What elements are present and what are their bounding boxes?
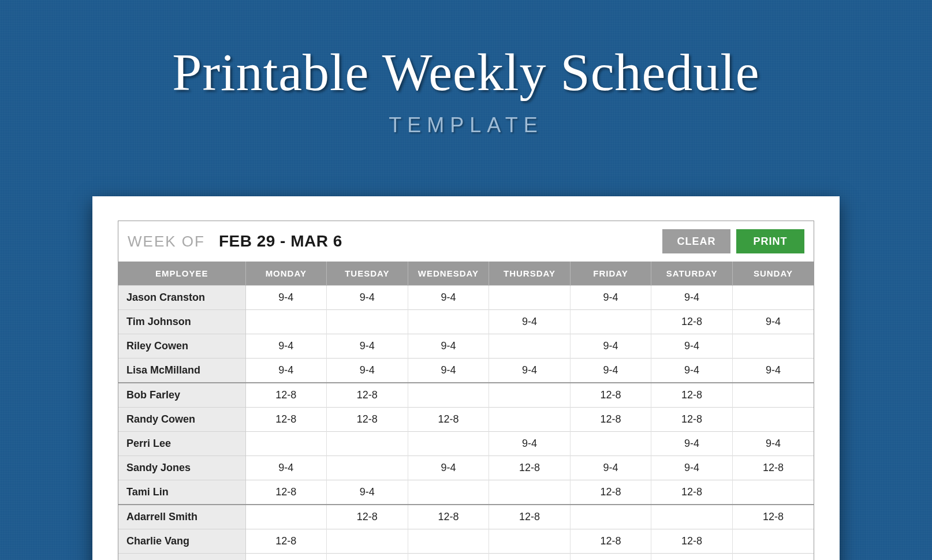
cell-sunday: [732, 480, 814, 505]
cell-saturday: 12-8: [651, 480, 733, 505]
cell-wednesday: 12-8: [408, 554, 489, 561]
cell-wednesday: [408, 480, 489, 505]
week-of-label: WEEK OF: [128, 233, 205, 251]
cell-saturday: 9-4: [651, 432, 733, 456]
cell-wednesday: [408, 529, 489, 554]
cell-tuesday: [327, 310, 408, 334]
employee-cell: Charlie Vang: [118, 529, 245, 554]
cell-friday: [570, 310, 651, 334]
table-row: Randy Cowen12-812-812-812-812-8: [118, 408, 814, 432]
cell-monday: 9-4: [245, 359, 327, 383]
cell-thursday: [489, 408, 571, 432]
cell-thursday: 12-8: [489, 554, 571, 561]
page-subtitle: TEMPLATE: [0, 113, 932, 137]
cell-tuesday: 9-4: [327, 286, 408, 310]
cell-sunday: 9-4: [732, 310, 814, 334]
employee-cell: Adarrell Smith: [118, 505, 245, 529]
table-row: Riley Cowen9-49-49-49-49-4: [118, 334, 814, 359]
table-header-row: EMPLOYEE MONDAY TUESDAY WEDNESDAY THURSD…: [118, 262, 814, 286]
cell-monday: [245, 310, 327, 334]
cell-wednesday: 12-8: [408, 408, 489, 432]
cell-tuesday: [327, 432, 408, 456]
cell-wednesday: 9-4: [408, 359, 489, 383]
table-container: WEEK OF FEB 29 - MAR 6 CLEAR PRINT EMPLO…: [118, 221, 814, 560]
cell-tuesday: 9-4: [327, 480, 408, 505]
cell-tuesday: 9-4: [327, 334, 408, 359]
schedule-sheet: WEEK OF FEB 29 - MAR 6 CLEAR PRINT EMPLO…: [92, 196, 840, 560]
col-friday: FRIDAY: [570, 262, 651, 286]
cell-saturday: 9-4: [651, 456, 733, 480]
cell-saturday: 12-8: [651, 529, 733, 554]
cell-tuesday: 9-4: [327, 359, 408, 383]
cell-friday: [570, 432, 651, 456]
cell-friday: 12-8: [570, 480, 651, 505]
cell-thursday: [489, 529, 571, 554]
cell-sunday: 9-4: [732, 554, 814, 561]
cell-monday: 9-4: [245, 456, 327, 480]
cell-monday: 12-8: [245, 383, 327, 408]
cell-sunday: [732, 408, 814, 432]
table-row: Tami Lin12-89-412-812-8: [118, 480, 814, 505]
cell-sunday: 9-4: [732, 359, 814, 383]
table-row: Thomas Edmunson12-812-812-812-89-49-4: [118, 554, 814, 561]
cell-sunday: 9-4: [732, 432, 814, 456]
cell-thursday: [489, 480, 571, 505]
cell-friday: 12-8: [570, 529, 651, 554]
table-row: Adarrell Smith12-812-812-812-8: [118, 505, 814, 529]
cell-friday: 9-4: [570, 456, 651, 480]
table-row: Perri Lee9-49-49-4: [118, 432, 814, 456]
cell-thursday: 9-4: [489, 432, 571, 456]
cell-monday: [245, 554, 327, 561]
cell-saturday: 9-4: [651, 359, 733, 383]
cell-tuesday: 12-8: [327, 505, 408, 529]
employee-cell: Lisa McMilland: [118, 359, 245, 383]
table-row: Lisa McMilland9-49-49-49-49-49-49-4: [118, 359, 814, 383]
cell-friday: 9-4: [570, 334, 651, 359]
cell-saturday: [651, 505, 733, 529]
cell-sunday: 12-8: [732, 505, 814, 529]
employee-cell: Tim Johnson: [118, 310, 245, 334]
cell-monday: 12-8: [245, 408, 327, 432]
employee-cell: Bob Farley: [118, 383, 245, 408]
cell-saturday: 12-8: [651, 310, 733, 334]
date-range: FEB 29 - MAR 6: [219, 232, 342, 251]
cell-friday: 12-8: [570, 554, 651, 561]
cell-tuesday: 12-8: [327, 383, 408, 408]
employee-cell: Perri Lee: [118, 432, 245, 456]
cell-monday: [245, 432, 327, 456]
cell-sunday: [732, 529, 814, 554]
cell-saturday: 9-4: [651, 554, 733, 561]
cell-thursday: [489, 286, 571, 310]
employee-cell: Tami Lin: [118, 480, 245, 505]
cell-wednesday: 12-8: [408, 505, 489, 529]
cell-tuesday: [327, 529, 408, 554]
table-row: Bob Farley12-812-812-812-8: [118, 383, 814, 408]
cell-saturday: 9-4: [651, 334, 733, 359]
cell-tuesday: 12-8: [327, 554, 408, 561]
clear-button[interactable]: CLEAR: [662, 229, 730, 253]
cell-thursday: 9-4: [489, 310, 571, 334]
table-row: Charlie Vang12-812-812-8: [118, 529, 814, 554]
print-button[interactable]: PRINT: [736, 229, 804, 253]
cell-saturday: 12-8: [651, 408, 733, 432]
cell-thursday: 9-4: [489, 359, 571, 383]
cell-wednesday: 9-4: [408, 334, 489, 359]
employee-cell: Thomas Edmunson: [118, 554, 245, 561]
table-row: Tim Johnson9-412-89-4: [118, 310, 814, 334]
cell-friday: 12-8: [570, 383, 651, 408]
cell-wednesday: [408, 432, 489, 456]
cell-sunday: [732, 286, 814, 310]
schedule-table: EMPLOYEE MONDAY TUESDAY WEDNESDAY THURSD…: [118, 262, 814, 560]
table-row: Sandy Jones9-49-412-89-49-412-8: [118, 456, 814, 480]
cell-monday: 9-4: [245, 334, 327, 359]
toolbar: WEEK OF FEB 29 - MAR 6 CLEAR PRINT: [118, 221, 814, 262]
cell-saturday: 12-8: [651, 383, 733, 408]
cell-wednesday: 9-4: [408, 456, 489, 480]
col-tuesday: TUESDAY: [327, 262, 408, 286]
cell-wednesday: 9-4: [408, 286, 489, 310]
cell-wednesday: [408, 383, 489, 408]
cell-monday: 9-4: [245, 286, 327, 310]
cell-friday: 9-4: [570, 286, 651, 310]
col-wednesday: WEDNESDAY: [408, 262, 489, 286]
col-thursday: THURSDAY: [489, 262, 571, 286]
